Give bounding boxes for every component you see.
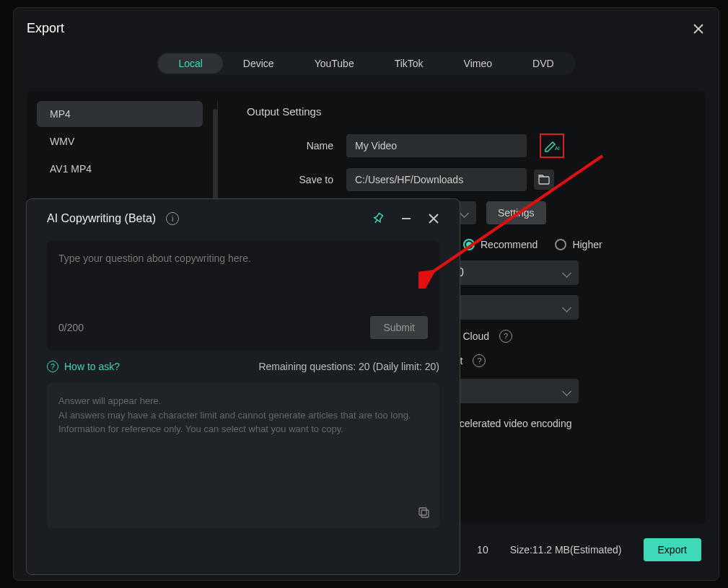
output-placeholder-2: AI answers may have a character limit an…	[58, 408, 428, 423]
name-row: Name AI	[247, 133, 681, 158]
ai-panel-header: AI Copywriting (Beta) i	[47, 212, 439, 225]
submit-button[interactable]: Submit	[370, 316, 428, 339]
tab-vimeo[interactable]: Vimeo	[444, 53, 512, 74]
radio-on-icon	[463, 239, 475, 250]
char-count: 0/200	[58, 322, 84, 333]
chevron-down-icon	[563, 301, 570, 314]
chevron-down-icon	[563, 266, 570, 279]
quality-higher[interactable]: Higher	[555, 239, 602, 250]
ght-row: ght ?	[449, 354, 681, 367]
ai-help-row: ? How to ask? Remaining questions: 20 (D…	[47, 361, 439, 372]
copy-icon[interactable]	[418, 506, 431, 519]
tab-dvd[interactable]: DVD	[512, 53, 574, 74]
saveto-row: Save to	[247, 168, 681, 191]
svg-rect-4	[421, 510, 429, 517]
chevron-down-icon	[563, 385, 570, 398]
browse-folder-icon[interactable]	[534, 170, 554, 190]
recommend-label: Recommend	[481, 239, 538, 250]
dialog-title: Export	[27, 21, 64, 36]
output-placeholder-1: Answer will appear here.	[58, 394, 428, 408]
ai-title-group: AI Copywriting (Beta) i	[47, 212, 179, 225]
bottom-size: Size:11.2 MB(Estimated)	[510, 544, 622, 556]
dropdown-partial-2[interactable]	[449, 295, 579, 320]
radio-off-icon	[555, 239, 566, 250]
ai-input-footer: 0/200 Submit	[58, 316, 428, 339]
saveto-label: Save to	[247, 174, 333, 185]
tab-tiktok[interactable]: TikTok	[374, 53, 444, 74]
tab-device[interactable]: Device	[223, 53, 294, 74]
ai-panel-title: AI Copywriting (Beta)	[47, 212, 156, 225]
svg-text:AI: AI	[555, 146, 560, 151]
minimize-icon[interactable]	[400, 213, 412, 224]
output-settings-title: Output Settings	[247, 105, 681, 118]
cloud-row: he Cloud ?	[449, 330, 681, 343]
tab-youtube[interactable]: YouTube	[294, 53, 374, 74]
svg-rect-5	[419, 508, 426, 515]
name-input[interactable]	[346, 134, 527, 157]
close-icon[interactable]	[428, 213, 439, 224]
format-mp4[interactable]: MP4	[37, 101, 203, 127]
export-tabs: Local Device YouTube TikTok Vimeo DVD	[157, 52, 575, 75]
gpu-text: accelerated video encoding	[449, 418, 571, 429]
pin-icon[interactable]	[372, 212, 385, 225]
info-icon[interactable]: ?	[499, 330, 512, 343]
tab-local[interactable]: Local	[158, 53, 222, 74]
output-placeholder-3: Information for reference only. You can …	[58, 422, 428, 436]
quality-radio-row: Recommend Higher	[463, 239, 681, 250]
gpu-row: accelerated video encoding	[449, 418, 681, 429]
svg-rect-1	[539, 177, 549, 184]
format-av1mp4[interactable]: AV1 MP4	[37, 156, 203, 182]
export-button[interactable]: Export	[644, 538, 701, 561]
format-wmv[interactable]: WMV	[37, 128, 203, 154]
settings-button[interactable]: Settings	[486, 201, 546, 224]
close-icon[interactable]	[691, 22, 706, 36]
info-icon[interactable]: ?	[473, 354, 486, 367]
ai-copywriting-button[interactable]: AI	[540, 133, 564, 158]
ai-copywriting-panel: AI Copywriting (Beta) i 0/200 Submit ? H…	[26, 198, 460, 575]
howto-label: How to ask?	[64, 361, 120, 372]
ai-panel-actions	[372, 212, 439, 225]
info-icon[interactable]: i	[166, 212, 179, 225]
dropdown-partial-1[interactable]: 0	[449, 260, 579, 285]
ai-input-box: 0/200 Submit	[47, 241, 439, 351]
quality-recommend[interactable]: Recommend	[463, 239, 538, 250]
dropdown-partial-3[interactable]	[449, 379, 579, 403]
remaining-questions: Remaining questions: 20 (Daily limit: 20…	[258, 361, 439, 372]
ai-question-input[interactable]	[58, 253, 428, 309]
question-icon: ?	[47, 361, 58, 372]
howto-link[interactable]: ? How to ask?	[47, 361, 120, 372]
bottom-num: 10	[477, 544, 488, 556]
title-bar: Export	[27, 21, 706, 36]
saveto-input[interactable]	[346, 168, 527, 191]
chevron-down-icon	[461, 207, 468, 219]
ai-output-box: Answer will appear here. AI answers may …	[47, 382, 439, 528]
sidebar-scrollbar[interactable]	[213, 109, 217, 210]
name-label: Name	[247, 140, 333, 152]
higher-label: Higher	[572, 239, 602, 250]
